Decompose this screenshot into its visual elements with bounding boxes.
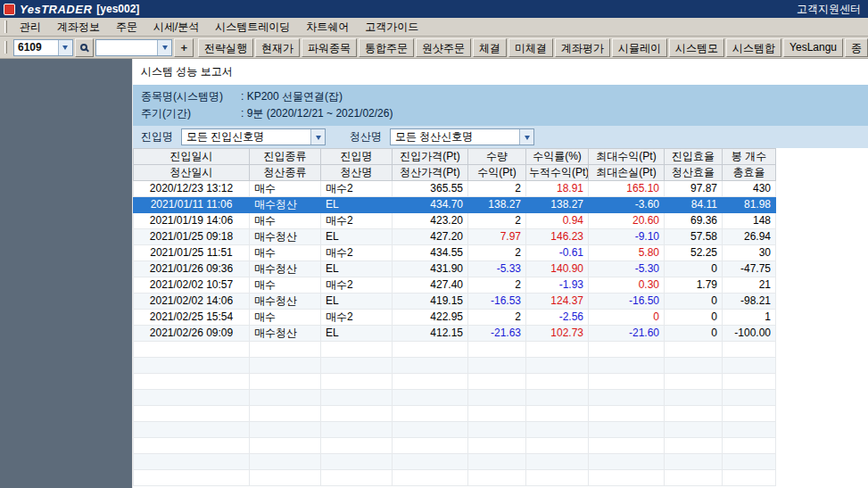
toolbar-button-2[interactable]: 파워종목 <box>302 38 357 57</box>
table-row[interactable]: 2021/02/02 10:57매수매수2427.402-1.930.301.7… <box>134 277 776 294</box>
empty-cell <box>723 438 776 454</box>
table-cell: 매수청산 <box>250 197 321 213</box>
toolbar-grip-icon[interactable] <box>4 41 7 54</box>
menu-item-4[interactable]: 시스템트레이딩 <box>207 18 298 37</box>
empty-cell <box>723 422 776 438</box>
empty-cell <box>589 342 665 358</box>
toolbar-button-7[interactable]: 계좌평가 <box>555 38 610 57</box>
table-cell: -100.00 <box>723 326 776 342</box>
chevron-down-icon[interactable] <box>519 129 533 145</box>
toolbar-button-0[interactable]: 전략실행 <box>198 38 253 57</box>
table-cell: 1.79 <box>665 277 723 294</box>
toolbar-button-1[interactable]: 현재가 <box>255 38 300 57</box>
table-cell: 매수2 <box>321 213 393 229</box>
table-row[interactable]: 2021/01/19 14:06매수매수2423.2020.9420.6069.… <box>134 213 776 229</box>
toolbar-buttons: 전략실행현재가파워종목통합주문원샷주문체결미체결계좌평가시뮬레이시스템모시스템합… <box>198 38 868 57</box>
table-row[interactable]: 2021/01/26 09:36매수청산EL431.90-5.33140.90-… <box>134 261 776 277</box>
table-cell: 434.55 <box>393 245 468 261</box>
toolbar-button-4[interactable]: 원샷주문 <box>416 38 471 57</box>
table-cell: 0 <box>665 326 723 342</box>
table-cell: 138.27 <box>468 197 526 213</box>
table-cell: 0 <box>589 310 665 326</box>
table-cell: 2021/02/26 09:09 <box>134 326 250 342</box>
column-header: 청산종류 <box>250 165 321 181</box>
empty-cell <box>393 406 468 422</box>
menu-grip-icon[interactable] <box>4 21 7 33</box>
menu-item-3[interactable]: 시세/분석 <box>145 18 207 37</box>
empty-cell <box>134 390 250 406</box>
table-cell: 102.73 <box>526 326 589 342</box>
search-button[interactable] <box>75 38 95 57</box>
empty-cell <box>526 438 589 454</box>
chevron-down-icon <box>316 136 321 143</box>
toolbar: 6109 + 전략실행현재가파워종목통합주문원샷주문체결미체결계좌평가시뮬레이시… <box>0 37 868 59</box>
toolbar-button-6[interactable]: 미체결 <box>508 38 553 57</box>
toolbar-button-10[interactable]: 시스템합 <box>726 38 781 57</box>
toolbar-button-11[interactable]: YesLangu <box>783 38 843 57</box>
empty-cell <box>468 390 526 406</box>
support-center-link[interactable]: 고객지원센터 <box>797 2 861 17</box>
empty-cell <box>321 406 393 422</box>
table-cell: 1 <box>723 310 776 326</box>
table-cell: 2 <box>468 310 526 326</box>
column-header: 진입일시 <box>134 149 250 165</box>
symbol-field-value: : KP200 선물연결(잡) <box>241 89 343 104</box>
table-cell: 2021/01/11 11:06 <box>134 197 250 213</box>
report-info-box: 종목명(시스템명) : KP200 선물연결(잡) 주기(기간) : 9분 (2… <box>133 85 868 126</box>
table-cell: 2021/02/02 14:06 <box>134 294 250 310</box>
table-row[interactable]: 2021/02/25 15:54매수매수2422.952-2.56001 <box>134 310 776 326</box>
empty-cell <box>589 390 665 406</box>
toolbar-button-8[interactable]: 시뮬레이 <box>612 38 667 57</box>
empty-cell <box>250 470 321 486</box>
table-row[interactable]: 2021/02/02 14:06매수청산EL419.15-16.53124.37… <box>134 294 776 310</box>
entry-filter-select[interactable]: 모든 진입신호명 <box>181 128 326 145</box>
table-row[interactable]: 2021/01/11 11:06매수청산EL434.70138.27138.27… <box>134 197 776 213</box>
table-cell: 매수청산 <box>250 229 321 245</box>
app-icon <box>4 4 15 15</box>
chevron-down-icon[interactable] <box>58 40 72 55</box>
toolbar-button-3[interactable]: 통합주문 <box>359 38 414 57</box>
empty-cell <box>393 470 468 486</box>
menu-item-1[interactable]: 계좌정보 <box>49 18 108 37</box>
menu-items: 관리계좌정보주문시세/분석시스템트레이딩차트쉐어고객가이드 <box>12 18 426 37</box>
empty-cell <box>393 390 468 406</box>
menu-item-0[interactable]: 관리 <box>12 18 49 37</box>
title-bar: YesTRADER [yes002] 고객지원센터 <box>0 0 868 18</box>
chevron-down-icon[interactable] <box>157 40 171 55</box>
toolbar-button-12[interactable]: 종 <box>845 38 868 57</box>
empty-cell <box>134 358 250 374</box>
table-cell: 매수청산 <box>250 294 321 310</box>
menu-item-5[interactable]: 차트쉐어 <box>298 18 357 37</box>
table-cell: -16.50 <box>589 294 665 310</box>
table-row[interactable]: 2021/02/26 09:09매수청산EL412.15-21.63102.73… <box>134 326 776 342</box>
table-row[interactable]: 2020/12/23 13:12매수매수2365.55218.91165.109… <box>134 181 776 197</box>
empty-row <box>134 374 776 390</box>
exit-filter-select[interactable]: 모든 청산신호명 <box>390 128 534 145</box>
table-cell: 431.90 <box>393 261 468 277</box>
symbol-code-combo[interactable]: 6109 <box>13 39 73 56</box>
report-panel: 시스템 성능 보고서 종목명(시스템명) : KP200 선물연결(잡) 주기(… <box>132 59 868 488</box>
empty-cell <box>526 342 589 358</box>
menu-item-6[interactable]: 고객가이드 <box>357 18 426 37</box>
empty-cell <box>526 454 589 470</box>
table-cell: 165.10 <box>589 181 665 197</box>
table-cell: 매수청산 <box>250 326 321 342</box>
toolbar-button-5[interactable]: 체결 <box>473 38 507 57</box>
empty-cell <box>723 470 776 486</box>
empty-row <box>134 390 776 406</box>
table-row[interactable]: 2021/01/25 09:18매수청산EL427.207.97146.23-9… <box>134 229 776 245</box>
table-cell: -3.60 <box>589 197 665 213</box>
chevron-down-icon[interactable] <box>310 129 325 145</box>
empty-row <box>134 358 776 374</box>
entry-filter-label: 진입명 <box>137 129 177 145</box>
add-button[interactable]: + <box>174 38 194 57</box>
table-cell: 52.25 <box>665 245 723 261</box>
strategy-combo[interactable] <box>95 39 172 56</box>
table-cell: 2021/02/02 10:57 <box>134 277 250 294</box>
content-area: 시스템 성능 보고서 종목명(시스템명) : KP200 선물연결(잡) 주기(… <box>0 59 868 488</box>
table-cell: 2 <box>468 213 526 229</box>
menu-item-2[interactable]: 주문 <box>108 18 145 37</box>
table-row[interactable]: 2021/01/25 11:51매수매수2434.552-0.615.8052.… <box>134 245 776 261</box>
toolbar-button-9[interactable]: 시스템모 <box>669 38 724 57</box>
table-cell: 148 <box>723 213 776 229</box>
